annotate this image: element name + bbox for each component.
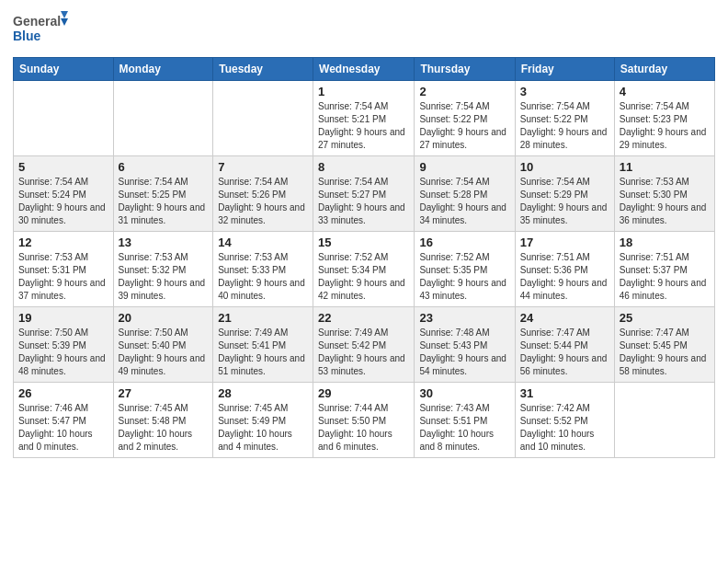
day-number: 10 bbox=[520, 160, 609, 174]
day-cell: 18Sunrise: 7:51 AMSunset: 5:37 PMDayligh… bbox=[614, 232, 714, 307]
day-info: Sunrise: 7:45 AMSunset: 5:48 PMDaylight:… bbox=[119, 402, 209, 454]
week-row-1: 1Sunrise: 7:54 AMSunset: 5:21 PMDaylight… bbox=[14, 81, 715, 156]
day-cell: 26Sunrise: 7:46 AMSunset: 5:47 PMDayligh… bbox=[14, 383, 114, 458]
day-cell: 2Sunrise: 7:54 AMSunset: 5:22 PMDaylight… bbox=[415, 81, 515, 156]
col-header-tuesday: Tuesday bbox=[213, 58, 313, 81]
day-number: 9 bbox=[419, 160, 509, 174]
day-info: Sunrise: 7:53 AMSunset: 5:32 PMDaylight:… bbox=[119, 251, 209, 303]
day-number: 30 bbox=[419, 386, 509, 400]
day-cell: 31Sunrise: 7:42 AMSunset: 5:52 PMDayligh… bbox=[515, 383, 614, 458]
day-cell: 24Sunrise: 7:47 AMSunset: 5:44 PMDayligh… bbox=[515, 307, 614, 383]
generalblue-logo: General Blue bbox=[13, 9, 68, 50]
day-info: Sunrise: 7:53 AMSunset: 5:30 PMDaylight:… bbox=[620, 176, 710, 227]
day-number: 1 bbox=[318, 85, 409, 98]
day-number: 23 bbox=[419, 311, 509, 325]
day-info: Sunrise: 7:51 AMSunset: 5:37 PMDaylight:… bbox=[620, 251, 710, 303]
day-cell: 29Sunrise: 7:44 AMSunset: 5:50 PMDayligh… bbox=[313, 383, 415, 458]
day-number: 28 bbox=[218, 386, 308, 400]
day-number: 22 bbox=[318, 311, 409, 325]
day-info: Sunrise: 7:54 AMSunset: 5:29 PMDaylight:… bbox=[520, 176, 609, 227]
day-cell: 16Sunrise: 7:52 AMSunset: 5:35 PMDayligh… bbox=[415, 232, 515, 307]
day-info: Sunrise: 7:51 AMSunset: 5:36 PMDaylight:… bbox=[520, 251, 609, 303]
day-number: 29 bbox=[318, 386, 409, 400]
day-number: 27 bbox=[119, 386, 209, 400]
day-cell: 5Sunrise: 7:54 AMSunset: 5:24 PMDaylight… bbox=[14, 156, 114, 232]
svg-text:Blue: Blue bbox=[13, 29, 41, 43]
day-number: 13 bbox=[119, 236, 209, 249]
day-number: 18 bbox=[620, 236, 710, 249]
day-info: Sunrise: 7:53 AMSunset: 5:33 PMDaylight:… bbox=[218, 251, 308, 303]
day-cell: 3Sunrise: 7:54 AMSunset: 5:22 PMDaylight… bbox=[515, 81, 614, 156]
day-number: 31 bbox=[520, 386, 609, 400]
day-number: 6 bbox=[119, 160, 209, 174]
day-cell: 14Sunrise: 7:53 AMSunset: 5:33 PMDayligh… bbox=[213, 232, 313, 307]
col-header-wednesday: Wednesday bbox=[313, 58, 415, 81]
day-info: Sunrise: 7:47 AMSunset: 5:45 PMDaylight:… bbox=[620, 327, 710, 378]
day-number: 15 bbox=[318, 236, 409, 249]
day-cell: 8Sunrise: 7:54 AMSunset: 5:27 PMDaylight… bbox=[313, 156, 415, 232]
day-cell: 20Sunrise: 7:50 AMSunset: 5:40 PMDayligh… bbox=[113, 307, 213, 383]
day-number: 2 bbox=[419, 85, 509, 98]
day-number: 8 bbox=[318, 160, 409, 174]
day-info: Sunrise: 7:54 AMSunset: 5:22 PMDaylight:… bbox=[520, 100, 609, 152]
week-row-3: 12Sunrise: 7:53 AMSunset: 5:31 PMDayligh… bbox=[14, 232, 715, 307]
day-info: Sunrise: 7:52 AMSunset: 5:35 PMDaylight:… bbox=[419, 251, 509, 303]
day-info: Sunrise: 7:49 AMSunset: 5:42 PMDaylight:… bbox=[318, 327, 409, 378]
day-cell: 1Sunrise: 7:54 AMSunset: 5:21 PMDaylight… bbox=[313, 81, 415, 156]
day-cell: 23Sunrise: 7:48 AMSunset: 5:43 PMDayligh… bbox=[415, 307, 515, 383]
day-cell: 17Sunrise: 7:51 AMSunset: 5:36 PMDayligh… bbox=[515, 232, 614, 307]
day-cell bbox=[213, 81, 313, 156]
day-cell: 6Sunrise: 7:54 AMSunset: 5:25 PMDaylight… bbox=[113, 156, 213, 232]
day-number: 16 bbox=[419, 236, 509, 249]
day-number: 3 bbox=[520, 85, 609, 98]
day-info: Sunrise: 7:46 AMSunset: 5:47 PMDaylight:… bbox=[18, 402, 108, 454]
day-cell: 4Sunrise: 7:54 AMSunset: 5:23 PMDaylight… bbox=[614, 81, 714, 156]
calendar: SundayMondayTuesdayWednesdayThursdayFrid… bbox=[13, 57, 715, 458]
day-info: Sunrise: 7:53 AMSunset: 5:31 PMDaylight:… bbox=[18, 251, 108, 303]
day-number: 12 bbox=[18, 236, 108, 249]
day-cell: 15Sunrise: 7:52 AMSunset: 5:34 PMDayligh… bbox=[313, 232, 415, 307]
day-cell bbox=[14, 81, 114, 156]
day-info: Sunrise: 7:54 AMSunset: 5:21 PMDaylight:… bbox=[318, 100, 409, 152]
day-number: 14 bbox=[218, 236, 308, 249]
day-info: Sunrise: 7:45 AMSunset: 5:49 PMDaylight:… bbox=[218, 402, 308, 454]
day-info: Sunrise: 7:54 AMSunset: 5:28 PMDaylight:… bbox=[419, 176, 509, 227]
day-number: 24 bbox=[520, 311, 609, 325]
day-info: Sunrise: 7:47 AMSunset: 5:44 PMDaylight:… bbox=[520, 327, 609, 378]
day-info: Sunrise: 7:50 AMSunset: 5:40 PMDaylight:… bbox=[119, 327, 209, 378]
day-number: 4 bbox=[620, 85, 710, 98]
col-header-sunday: Sunday bbox=[14, 58, 114, 81]
day-info: Sunrise: 7:52 AMSunset: 5:34 PMDaylight:… bbox=[318, 251, 409, 303]
header-row: SundayMondayTuesdayWednesdayThursdayFrid… bbox=[14, 58, 715, 81]
day-cell: 10Sunrise: 7:54 AMSunset: 5:29 PMDayligh… bbox=[515, 156, 614, 232]
day-cell: 27Sunrise: 7:45 AMSunset: 5:48 PMDayligh… bbox=[113, 383, 213, 458]
week-row-4: 19Sunrise: 7:50 AMSunset: 5:39 PMDayligh… bbox=[14, 307, 715, 383]
day-cell: 25Sunrise: 7:47 AMSunset: 5:45 PMDayligh… bbox=[614, 307, 714, 383]
day-number: 25 bbox=[620, 311, 710, 325]
day-number: 11 bbox=[620, 160, 710, 174]
day-cell: 12Sunrise: 7:53 AMSunset: 5:31 PMDayligh… bbox=[14, 232, 114, 307]
day-info: Sunrise: 7:42 AMSunset: 5:52 PMDaylight:… bbox=[520, 402, 609, 454]
day-number: 7 bbox=[218, 160, 308, 174]
day-number: 5 bbox=[18, 160, 108, 174]
day-cell: 22Sunrise: 7:49 AMSunset: 5:42 PMDayligh… bbox=[313, 307, 415, 383]
day-info: Sunrise: 7:50 AMSunset: 5:39 PMDaylight:… bbox=[18, 327, 108, 378]
day-cell: 7Sunrise: 7:54 AMSunset: 5:26 PMDaylight… bbox=[213, 156, 313, 232]
day-info: Sunrise: 7:54 AMSunset: 5:25 PMDaylight:… bbox=[119, 176, 209, 227]
day-cell: 28Sunrise: 7:45 AMSunset: 5:49 PMDayligh… bbox=[213, 383, 313, 458]
svg-marker-2 bbox=[61, 11, 68, 18]
svg-text:General: General bbox=[13, 14, 61, 29]
day-number: 17 bbox=[520, 236, 609, 249]
day-number: 26 bbox=[18, 386, 108, 400]
day-info: Sunrise: 7:48 AMSunset: 5:43 PMDaylight:… bbox=[419, 327, 509, 378]
day-info: Sunrise: 7:54 AMSunset: 5:23 PMDaylight:… bbox=[620, 100, 710, 152]
logo: General Blue bbox=[13, 9, 68, 50]
page: General Blue SundayMondayTuesdayWednesda… bbox=[0, 0, 728, 563]
day-info: Sunrise: 7:54 AMSunset: 5:24 PMDaylight:… bbox=[18, 176, 108, 227]
day-info: Sunrise: 7:49 AMSunset: 5:41 PMDaylight:… bbox=[218, 327, 308, 378]
day-cell: 9Sunrise: 7:54 AMSunset: 5:28 PMDaylight… bbox=[415, 156, 515, 232]
col-header-monday: Monday bbox=[113, 58, 213, 81]
day-info: Sunrise: 7:54 AMSunset: 5:26 PMDaylight:… bbox=[218, 176, 308, 227]
day-number: 19 bbox=[18, 311, 108, 325]
svg-marker-3 bbox=[61, 18, 68, 26]
